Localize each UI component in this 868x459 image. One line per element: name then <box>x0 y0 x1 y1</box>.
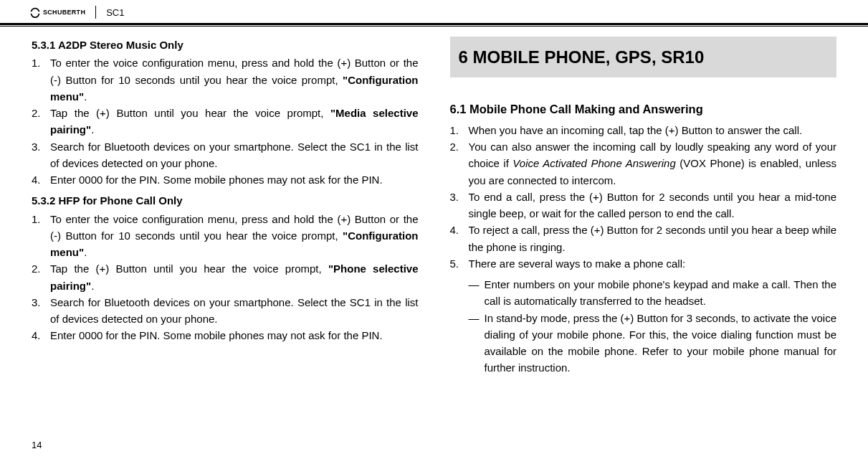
dash-item: Enter numbers on your mobile phone's key… <box>469 276 837 310</box>
list-item: Search for Bluetooth devices on your sma… <box>32 294 419 328</box>
list-6-1: When you have an incoming call, tap the … <box>450 122 837 272</box>
list-item: Search for Bluetooth devices on your sma… <box>32 138 419 172</box>
header-divider <box>95 6 96 19</box>
chapter-title: 6 MOBILE PHONE, GPS, SR10 <box>459 44 829 70</box>
brand-logo: SCHUBERTH <box>29 6 85 19</box>
right-column: 6 MOBILE PHONE, GPS, SR10 6.1 Mobile Pho… <box>450 37 837 377</box>
list-item: To enter the voice configuration menu, p… <box>32 55 419 105</box>
page-header: SCHUBERTH SC1 <box>0 6 868 22</box>
list-item: Enter 0000 for the PIN. Some mobile phon… <box>32 327 419 344</box>
model-label: SC1 <box>106 7 124 18</box>
heading-5-3-2: 5.3.2 HFP for Phone Call Only <box>32 192 419 209</box>
left-column: 5.3.1 A2DP Stereo Music Only To enter th… <box>32 37 419 377</box>
dash-list-6-1: Enter numbers on your mobile phone's key… <box>450 276 837 377</box>
header-rule-thick <box>0 23 868 25</box>
dash-item: In stand-by mode, press the (+) Button f… <box>469 310 837 377</box>
list-item: When you have an incoming call, tap the … <box>450 122 837 138</box>
chapter-heading-box: 6 MOBILE PHONE, GPS, SR10 <box>450 37 837 77</box>
list-item: To end a call, press the (+) Button for … <box>450 189 837 222</box>
brand-block: SCHUBERTH SC1 <box>29 6 125 19</box>
list-item: To reject a call, press the (+) Button f… <box>450 222 837 255</box>
heading-5-3-1: 5.3.1 A2DP Stereo Music Only <box>32 37 419 53</box>
list-5-3-1: To enter the voice configuration menu, p… <box>32 55 419 188</box>
list-item: Enter 0000 for the PIN. Some mobile phon… <box>32 171 419 188</box>
helmet-icon <box>29 6 42 19</box>
list-item: You can also answer the incoming call by… <box>450 138 837 189</box>
svg-rect-0 <box>31 11 40 14</box>
page-number: 14 <box>32 440 42 450</box>
list-item: To enter the voice configuration menu, p… <box>32 211 419 261</box>
heading-6-1: 6.1 Mobile Phone Call Making and Answeri… <box>450 100 837 119</box>
list-item: Tap the (+) Button until you hear the vo… <box>32 260 419 294</box>
list-item: There are several ways to make a phone c… <box>450 255 837 272</box>
list-5-3-2: To enter the voice configuration menu, p… <box>32 211 419 344</box>
list-item: Tap the (+) Button until you hear the vo… <box>32 105 419 138</box>
page-content: 5.3.1 A2DP Stereo Music Only To enter th… <box>0 27 868 377</box>
brand-name: SCHUBERTH <box>43 9 85 16</box>
